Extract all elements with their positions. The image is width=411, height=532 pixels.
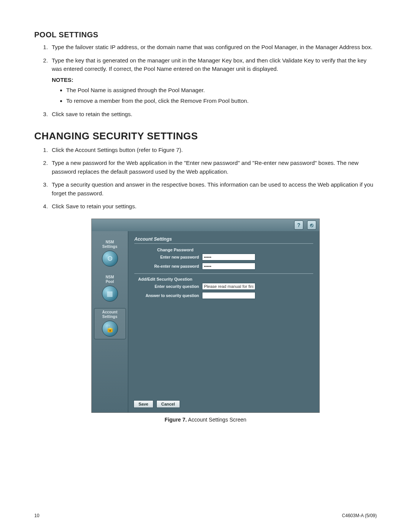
pool-note-1: The Pool Name is assigned through the Po… bbox=[66, 86, 377, 95]
security-answer-label: Answer to security question bbox=[134, 293, 202, 298]
security-steps: Click the Account Settings button (refer… bbox=[49, 146, 377, 211]
security-step-4: Click Save to retain your settings. bbox=[49, 202, 377, 211]
notes-label: NOTES: bbox=[52, 76, 377, 85]
security-answer-input[interactable] bbox=[202, 292, 255, 299]
pool-settings-heading: POOL SETTINGS bbox=[34, 30, 377, 39]
sidebar-item-label: Account Settings bbox=[95, 310, 125, 319]
figure-label: Figure 7. bbox=[165, 417, 187, 423]
sidebar-item-nsm-settings[interactable]: NSM Settings ⚙ bbox=[94, 238, 126, 269]
pool-note-2: To remove a member from the pool, click … bbox=[66, 96, 377, 105]
reenter-new-password-row: Re-enter new password bbox=[134, 263, 313, 270]
security-question-input[interactable] bbox=[202, 283, 255, 290]
save-button[interactable]: Save bbox=[134, 400, 153, 408]
document-page: POOL SETTINGS Type the failover static I… bbox=[0, 0, 411, 532]
security-step-1: Click the Account Settings button (refer… bbox=[49, 146, 377, 155]
pool-step-2-text: Type the key that is generated on the ma… bbox=[52, 57, 366, 72]
lock-icon: 🔒 bbox=[102, 321, 118, 337]
enter-new-password-input[interactable] bbox=[202, 254, 255, 260]
app-topbar: ? ⎋ bbox=[92, 219, 319, 232]
security-question-label: Enter security question bbox=[134, 284, 202, 289]
account-settings-screenshot: ? ⎋ NSM Settings ⚙ NSM Pool ▦ Account Se… bbox=[91, 219, 320, 413]
changing-security-heading: CHANGING SECURITY SETTINGS bbox=[34, 130, 377, 142]
main-panel: Account Settings Change Password Enter n… bbox=[128, 231, 319, 412]
pool-step-2: Type the key that is generated on the ma… bbox=[49, 56, 377, 106]
security-answer-row: Answer to security question bbox=[134, 292, 313, 299]
page-footer: 10 C4603M-A (5/09) bbox=[34, 513, 377, 518]
app-body: NSM Settings ⚙ NSM Pool ▦ Account Settin… bbox=[92, 231, 319, 412]
figure-caption-text: Account Settings Screen bbox=[188, 417, 246, 423]
sidebar: NSM Settings ⚙ NSM Pool ▦ Account Settin… bbox=[92, 231, 128, 412]
figure-7-wrap: ? ⎋ NSM Settings ⚙ NSM Pool ▦ Account Se… bbox=[91, 219, 320, 423]
pool-step-1: Type the failover static IP address, or … bbox=[49, 43, 377, 52]
figure-caption: Figure 7. Account Settings Screen bbox=[91, 417, 320, 423]
gear-icon: ⚙ bbox=[102, 251, 118, 267]
pool-step-3: Click save to retain the settings. bbox=[49, 110, 377, 119]
pool-settings-steps: Type the failover static IP address, or … bbox=[49, 43, 377, 119]
sidebar-item-label: NSM Pool bbox=[95, 275, 125, 284]
security-question-section: Add/Edit Security Question bbox=[134, 277, 313, 281]
exit-icon[interactable]: ⎋ bbox=[307, 220, 316, 230]
change-password-section: Change Password bbox=[134, 248, 313, 252]
security-question-row: Enter security question bbox=[134, 283, 313, 290]
sidebar-item-account-settings[interactable]: Account Settings 🔒 bbox=[94, 308, 126, 339]
sidebar-item-nsm-pool[interactable]: NSM Pool ▦ bbox=[94, 273, 126, 304]
cancel-button[interactable]: Cancel bbox=[156, 400, 180, 408]
security-step-3: Type a security question and answer in t… bbox=[49, 181, 377, 198]
help-icon[interactable]: ? bbox=[294, 220, 303, 230]
reenter-new-password-label: Re-enter new password bbox=[134, 264, 202, 268]
footer-buttons: Save Cancel bbox=[134, 400, 180, 408]
sidebar-item-label: NSM Settings bbox=[95, 240, 125, 249]
pool-icon: ▦ bbox=[102, 286, 118, 302]
doc-id: C4603M-A (5/09) bbox=[342, 513, 377, 518]
reenter-new-password-input[interactable] bbox=[202, 263, 255, 270]
page-number: 10 bbox=[34, 513, 39, 518]
pool-notes-list: The Pool Name is assigned through the Po… bbox=[59, 86, 377, 105]
enter-new-password-row: Enter new password bbox=[134, 254, 313, 260]
section-divider bbox=[134, 273, 313, 274]
panel-title: Account Settings bbox=[134, 236, 313, 244]
enter-new-password-label: Enter new password bbox=[134, 255, 202, 259]
security-step-2: Type a new password for the Web applicat… bbox=[49, 159, 377, 176]
